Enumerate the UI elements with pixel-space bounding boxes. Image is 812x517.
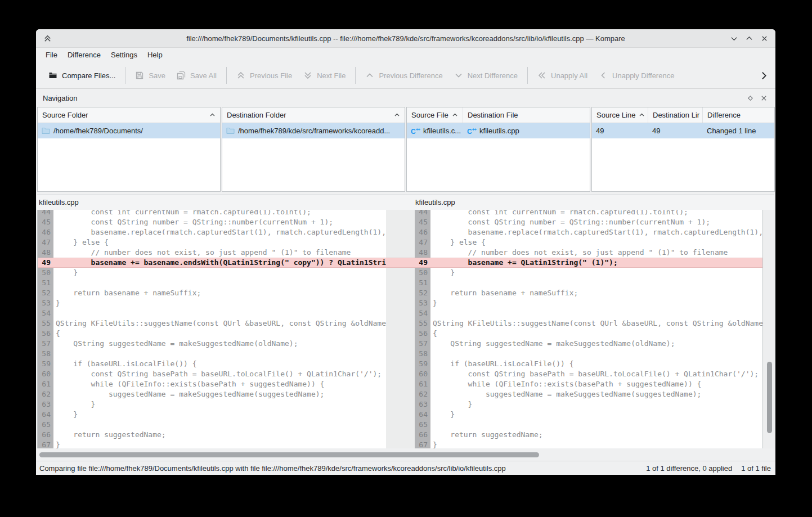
code-line: 58 — [38, 349, 386, 359]
window-title: file:///home/fhek789/Documents/kfileutil… — [36, 34, 775, 43]
toolbar-compare-files-button[interactable]: Compare Files... — [43, 65, 121, 86]
sort-ascending-icon — [448, 112, 458, 118]
toolbar-separator — [125, 67, 125, 84]
navigation-selected-row[interactable]: C++kfileutils.c...C++kfileutils.cpp — [407, 123, 590, 138]
navigation-cell-text: kfileutils.cpp — [479, 127, 519, 135]
navigation-header-row: Source LineDestination LirDifference — [592, 107, 774, 123]
navigation-cell: /home/fhek789/Documents/ — [38, 123, 220, 138]
line-text: while (QFileInfo::exists(basePath + sugg… — [430, 379, 762, 389]
horizontal-scrollbar-thumb[interactable] — [39, 452, 539, 457]
navigation-selected-row[interactable]: 4949Changed 1 line — [592, 123, 774, 138]
code-line: 56{ — [415, 329, 762, 339]
navigation-cell-text: 49 — [652, 127, 660, 135]
column-header-source-file[interactable]: Source File — [407, 107, 463, 123]
code-line: 64 } — [38, 410, 386, 420]
menu-settings[interactable]: Settings — [106, 47, 142, 62]
navigation-cell: 49 — [648, 123, 703, 138]
double-chevron-up-icon — [236, 71, 245, 80]
column-header-destination-folder[interactable]: Destination Folder — [222, 107, 405, 123]
column-header-label: Difference — [707, 111, 741, 119]
navigation-cell-text: kfileutils.c... — [423, 127, 461, 135]
line-number: 58 — [415, 349, 430, 359]
changed-code-line[interactable]: 49 basename += QLatin1String(" (1)"); — [415, 258, 762, 268]
titlebar[interactable]: file:///home/fhek789/Documents/kfileutil… — [36, 29, 775, 48]
minimize-icon[interactable] — [730, 34, 738, 43]
line-number: 52 — [38, 288, 53, 298]
navigation-selected-row[interactable]: /home/fhek789/kde/src/frameworks/kcoread… — [222, 123, 405, 138]
column-header-source-folder[interactable]: Source Folder — [38, 107, 220, 123]
code-line: 44 const int currentNum = rmatch.capture… — [415, 210, 762, 217]
save-all-icon — [177, 71, 186, 80]
toolbar-button-label: Unapply Difference — [612, 71, 674, 80]
code-line: 51 — [38, 278, 386, 288]
line-number: 52 — [415, 288, 430, 298]
horizontal-scrollbar[interactable] — [36, 449, 775, 460]
toolbar-button-label: Next File — [317, 71, 346, 80]
maximize-icon[interactable] — [745, 34, 753, 43]
column-header-label: Destination Folder — [227, 111, 286, 119]
column-header-source-line[interactable]: Source Line — [592, 107, 648, 123]
line-number: 46 — [415, 227, 430, 237]
code-line: 62 suggestedName = makeSuggestedName(sug… — [415, 389, 762, 399]
navigation-cell-text: 49 — [596, 127, 604, 135]
line-text: return basename + nameSuffix; — [53, 288, 386, 298]
navigation-cell: C++kfileutils.cpp — [463, 123, 590, 138]
navigation-cell: 49 — [592, 123, 648, 138]
line-text: } — [53, 268, 386, 278]
menu-help[interactable]: Help — [142, 47, 168, 62]
code-line: 62 suggestedName = makeSuggestedName(sug… — [38, 389, 386, 399]
code-line: 46 basename.replace(rmatch.capturedStart… — [415, 227, 762, 237]
toolbar: Compare Files...SaveSave AllPrevious Fil… — [36, 62, 775, 89]
code-line: 56{ — [38, 329, 386, 339]
code-line: 51 — [415, 278, 762, 288]
changed-code-line[interactable]: 49 basename += basename.endsWith(QLatin1… — [38, 258, 386, 268]
toolbar-button-label: Previous File — [250, 71, 292, 80]
line-number: 61 — [38, 379, 53, 389]
save-icon — [135, 71, 144, 80]
toolbar-save-all-button: Save All — [171, 65, 222, 86]
destination-pane-filename: kfileutils.cpp — [415, 195, 455, 210]
code-line: 47 } else { — [415, 237, 762, 248]
diff-view: 44 const int currentNum = rmatch.capture… — [37, 210, 775, 448]
navigation-cell: Changed 1 line — [703, 123, 774, 138]
column-header-label: Destination Lir — [653, 111, 699, 119]
toolbar-next-difference-button: Next Difference — [448, 65, 523, 86]
line-text: basename.replace(rmatch.capturedStart(1)… — [53, 227, 386, 237]
line-number: 48 — [415, 248, 430, 258]
source-code-pane[interactable]: 44 const int currentNum = rmatch.capture… — [37, 210, 386, 448]
line-text: basename += QLatin1String(" (1)"); — [430, 258, 762, 268]
menu-file[interactable]: File — [41, 47, 62, 62]
line-number: 45 — [415, 217, 430, 227]
line-number: 49 — [38, 258, 53, 268]
line-text: const QString basePath = baseURL.toLocal… — [53, 369, 386, 379]
column-header-label: Source File — [411, 111, 448, 119]
navigation-cell-text: /home/fhek789/kde/src/frameworks/kcoread… — [238, 127, 390, 135]
close-icon[interactable] — [760, 34, 769, 43]
toolbar-overflow-chevron-right-icon[interactable] — [759, 71, 769, 80]
destination-code-pane[interactable]: 44 const int currentNum = rmatch.capture… — [415, 210, 763, 448]
line-number: 51 — [415, 278, 430, 288]
menu-difference[interactable]: Difference — [62, 47, 106, 62]
toolbar-next-file-button: Next File — [298, 65, 351, 86]
vertical-scrollbar[interactable] — [764, 210, 775, 448]
code-line: 58 — [415, 349, 762, 359]
kompare-window: file:///home/fhek789/Documents/kfileutil… — [36, 29, 775, 475]
line-number: 54 — [415, 308, 430, 318]
column-header-difference[interactable]: Difference — [703, 107, 774, 123]
vertical-scrollbar-thumb[interactable] — [767, 362, 772, 433]
line-number: 48 — [38, 248, 53, 258]
code-line: 63 } — [38, 399, 386, 410]
code-line: 52 return basename + nameSuffix; — [38, 288, 386, 298]
column-header-label: Destination File — [468, 111, 518, 119]
column-header-destination-file[interactable]: Destination File — [463, 107, 590, 123]
line-number: 65 — [415, 420, 430, 430]
code-line: 63 } — [415, 399, 762, 410]
line-number: 62 — [38, 389, 53, 399]
line-number: 47 — [38, 237, 53, 248]
column-header-destination-lir[interactable]: Destination Lir — [648, 107, 703, 123]
line-text: const int currentNum = rmatch.captured(1… — [53, 210, 386, 217]
navigation-cell: C++kfileutils.c... — [407, 123, 463, 138]
code-line: 50 } — [38, 268, 386, 278]
navigation-selected-row[interactable]: /home/fhek789/Documents/ — [38, 123, 220, 138]
keep-above-icon[interactable] — [43, 34, 52, 43]
